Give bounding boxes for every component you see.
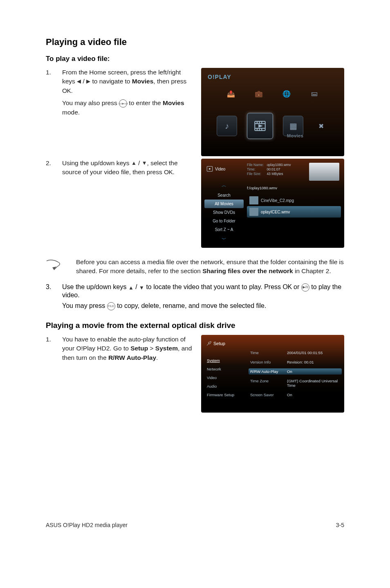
footer-left: ASUS O!Play HD2 media player: [46, 522, 128, 528]
setup-row-time: Time2004/01/01 00:01:55: [250, 350, 340, 355]
subhead-optical-drive: Playing a movie from the external optica…: [46, 321, 344, 330]
setup-menu-firmware: Firmware Setup: [204, 391, 245, 399]
screenshot-home: O!PLAY 📤 💼 🌐 🖴 ♪: [201, 68, 344, 156]
step4-paragraph: You have to enable the auto-play functio…: [62, 335, 194, 362]
online-icon: 🌐: [279, 86, 294, 101]
subhead-play-file: To play a video file:: [46, 55, 344, 63]
menu-all-movies: All Movies: [204, 200, 244, 208]
note-icon: [45, 258, 64, 274]
nas-icon: 🖴: [307, 86, 322, 101]
file-icon: [249, 208, 258, 216]
menu-show-dvds: Show DVDs: [204, 208, 244, 217]
step2-paragraph: Using the up/down keys ▲ / ▼, select the…: [62, 159, 194, 177]
footer-page-number: 3-5: [336, 522, 344, 528]
video-thumbnail: [309, 163, 339, 181]
up-arrow-icon: ▲: [128, 284, 134, 290]
step3-paragraph1: Use the up/down keys ▲ / ▼ to locate the…: [62, 283, 344, 299]
left-arrow-icon: ◀: [77, 79, 81, 85]
music-tile: ♪: [217, 116, 237, 136]
note-text: Before you can access a media file over …: [76, 258, 344, 276]
step1-paragraph1: From the Home screen, press the left/rig…: [62, 68, 194, 95]
file-manager-icon: 📤: [223, 86, 239, 101]
screenshot-video-list: Video ︿ Search All Movies Show DVDs Go t…: [201, 159, 344, 248]
ok-button-text: OK: [283, 283, 292, 290]
ok-button-text: OK: [62, 87, 71, 94]
file-remote-icon: FILE: [107, 302, 115, 310]
step1-paragraph2: You may also press ▭▸▭ to enter the Movi…: [62, 99, 194, 117]
up-arrow-icon: ▲: [131, 160, 137, 166]
setup-row-timezone: Time Zone(GMT) Coordinated Universal Tim…: [250, 379, 340, 388]
setup-row-screensaver: Screen SaverOn: [250, 393, 340, 397]
setup-title: Setup: [204, 339, 245, 348]
video-category: Video: [204, 163, 244, 175]
menu-search: Search: [204, 191, 244, 200]
step-number: 2.: [46, 159, 62, 180]
menu-up-arrow-icon: ︿: [204, 180, 244, 191]
wrench-icon: [206, 341, 212, 346]
section-title: Playing a video file: [46, 37, 344, 47]
play-pause-icon: ▶/II: [301, 283, 309, 292]
movies-tile: [247, 113, 273, 139]
movies-remote-icon: ▭▸▭: [119, 99, 127, 108]
setup-menu-network: Network: [204, 365, 245, 373]
down-arrow-icon: ▼: [139, 284, 144, 290]
oplay-logo: O!PLAY: [208, 74, 231, 80]
step-number: 1.: [46, 335, 62, 366]
right-arrow-icon: ▶: [86, 79, 90, 85]
menu-sort-za: Sort Z ~ A: [204, 225, 244, 234]
storage-icon: 💼: [251, 86, 267, 101]
setup-menu-audio: Audio: [204, 382, 245, 391]
setup-menu-system: System: [204, 356, 245, 365]
setup-row-autoplay-selected: R/RW Auto-PlayOn: [249, 368, 342, 375]
file-item-selected: oplayICEC.wmv: [247, 206, 341, 218]
setup-tile: ✖: [313, 118, 329, 134]
step-number: 3.: [46, 283, 62, 314]
down-arrow-icon: ▼: [142, 160, 147, 166]
setup-menu-video: Video: [204, 373, 245, 382]
screenshot-setup: Setup System Network Video Audio Firmwar…: [201, 335, 344, 413]
ok-button-text: OK: [164, 168, 173, 175]
menu-down-arrow-icon: ﹀: [204, 234, 244, 245]
menu-go-to-folder: Go to Folder: [204, 217, 244, 225]
file-path: f:/oplay1080.wmv: [247, 184, 341, 191]
step3-paragraph2: You may press FILE to copy, delete, rena…: [62, 302, 344, 310]
file-icon: [249, 196, 258, 204]
step-number: 1.: [46, 68, 62, 120]
file-item: CineVibe_C2.mpg: [247, 195, 341, 206]
setup-row-version: Version InfoRevision: 00.01: [250, 360, 340, 364]
movies-label: Movies: [287, 133, 303, 138]
